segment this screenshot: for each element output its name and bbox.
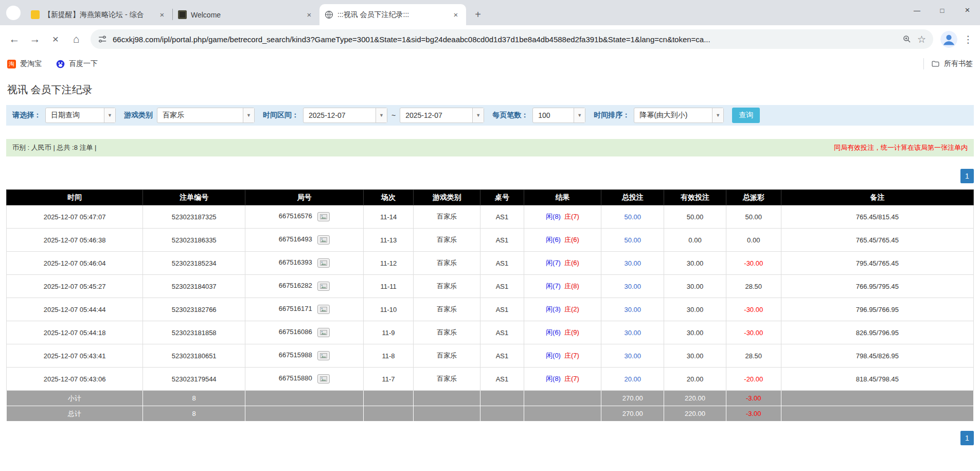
tab-close-icon[interactable]: × [157,10,167,20]
browser-profile-button[interactable] [6,6,21,20]
subtotal-valid-bet: 220.00 [664,391,726,406]
cell-time: 2025-12-07 05:45:27 [7,275,143,298]
minimize-button[interactable]: — [904,0,930,21]
tab-forum[interactable]: 【新提醒】海燕策略论坛 - 综合 × [26,4,172,25]
cell-time: 2025-12-07 05:47:07 [7,205,143,229]
select-value: 百家乐 [157,108,243,123]
select-value: 日期查询 [46,108,104,123]
query-type-select[interactable]: 日期查询 ▼ [45,108,116,123]
cell-round: 667515988 [245,344,363,368]
bookmarks-separator [923,58,924,69]
search-button[interactable]: 查询 [732,108,760,123]
back-button[interactable]: ← [5,30,24,48]
total-empty-cell [480,406,524,422]
all-bookmarks-button[interactable]: 所有书签 [931,59,973,68]
header-note: 备注 [781,190,973,205]
maximize-button[interactable]: □ [930,0,955,21]
stop-button[interactable]: × [46,30,65,48]
filter-label-game-type: 游戏类别 [124,111,153,120]
chevron-down-icon[interactable]: ▼ [376,108,387,123]
tab-welcome[interactable]: Welcome × [173,4,319,25]
zoom-icon[interactable] [902,34,912,44]
cell-payout: 50.00 [726,205,781,229]
forward-button[interactable]: → [26,30,44,48]
result-banker: 庄(6) [564,236,579,243]
tab-close-icon[interactable]: × [304,10,314,20]
replay-icon[interactable] [317,305,330,314]
header-payout: 总派彩 [726,190,781,205]
window-controls: — □ × [904,0,980,21]
bookmark-taobao[interactable]: 淘 爱淘宝 [7,59,42,68]
chevron-down-icon[interactable]: ▼ [712,108,723,123]
result-banker: 庄(9) [564,328,579,336]
cell-total-bet[interactable]: 30.00 [601,275,664,298]
subtotal-empty-cell [363,391,414,406]
cell-total-bet[interactable]: 30.00 [601,344,664,368]
home-button[interactable]: ⌂ [67,30,85,48]
replay-icon[interactable] [317,258,330,268]
cell-total-bet[interactable]: 50.00 [601,229,664,252]
cell-total-bet[interactable]: 30.00 [601,298,664,321]
filter-label-date-range: 时间区间： [263,111,299,120]
replay-icon[interactable] [317,351,330,360]
replay-icon[interactable] [317,282,330,291]
replay-icon[interactable] [317,235,330,245]
replay-icon[interactable] [317,212,330,221]
tab-close-icon[interactable]: × [451,10,461,20]
bookmark-baidu[interactable]: 百度一下 [56,59,98,68]
profile-avatar[interactable] [940,31,957,48]
window-close-button[interactable]: × [955,0,980,21]
cell-total-bet[interactable]: 50.00 [601,205,664,229]
bookmark-label: 爱淘宝 [20,59,42,68]
total-total-bet: 270.00 [601,406,664,422]
replay-icon[interactable] [317,328,330,337]
cell-total-bet[interactable]: 30.00 [601,252,664,275]
result-banker: 庄(6) [564,259,579,267]
page-size-select[interactable]: 100 ▼ [532,108,585,123]
url-bar[interactable]: 66cxkj98.com/ipl/portal.php/game/betreco… [91,29,933,49]
chevron-down-icon[interactable]: ▼ [574,108,585,123]
total-empty-cell [245,406,363,422]
pagination-button[interactable]: 1 [960,431,974,445]
page-title: 视讯 会员下注纪录 [7,83,974,97]
cell-bet-id: 523023180651 [143,344,245,368]
cell-total-bet[interactable]: 20.00 [601,368,664,391]
cell-bet-id: 523023184037 [143,275,245,298]
url-text[interactable]: 66cxkj98.com/ipl/portal.php/game/betreco… [113,35,897,44]
cell-table: AS1 [480,205,524,229]
date-to-select[interactable]: 2025-12-07 ▼ [400,108,484,123]
cell-game-type: 百家乐 [414,368,480,391]
cell-total-bet[interactable]: 30.00 [601,321,664,344]
pagination-bottom: 1 [6,431,974,445]
cell-time: 2025-12-07 05:46:38 [7,229,143,252]
menu-kebab-icon[interactable]: ⋮ [961,33,975,45]
cell-session: 11-7 [363,368,414,391]
total-empty-cell [414,406,480,422]
chevron-down-icon[interactable]: ▼ [472,108,484,123]
header-time: 时间 [7,190,143,205]
table-row: 2025-12-07 05:43:06 523023179544 6675158… [7,368,974,391]
bookmark-star-icon[interactable]: ☆ [917,33,926,45]
subtotal-total-bet: 270.00 [601,391,664,406]
subtotal-label: 小计 [7,391,143,406]
new-tab-button[interactable]: + [470,7,486,22]
browser-toolbar: ← → × ⌂ 66cxkj98.com/ipl/portal.php/game… [0,25,980,53]
cell-session: 11-9 [363,321,414,344]
pagination-button[interactable]: 1 [960,169,974,183]
select-value: 100 [533,108,574,123]
cell-game-type: 百家乐 [414,275,480,298]
cell-time: 2025-12-07 05:46:04 [7,252,143,275]
chevron-down-icon[interactable]: ▼ [104,108,115,123]
chevron-down-icon[interactable]: ▼ [243,108,254,123]
bookmarks-bar: 淘 爱淘宝 百度一下 所有书签 [0,53,980,75]
cell-table: AS1 [480,298,524,321]
cell-result: 闲(7)庄(8) [524,275,601,298]
game-type-select[interactable]: 百家乐 ▼ [157,108,255,123]
pagination-top: 1 [6,169,974,183]
tune-icon[interactable] [98,34,107,44]
date-from-select[interactable]: 2025-12-07 ▼ [303,108,387,123]
result-player: 闲(7) [546,259,561,267]
replay-icon[interactable] [317,374,330,383]
tab-betrecord[interactable]: :::视讯 会员下注纪录::: × [319,4,466,25]
sort-order-select[interactable]: 降幂(由大到小) ▼ [634,108,724,123]
